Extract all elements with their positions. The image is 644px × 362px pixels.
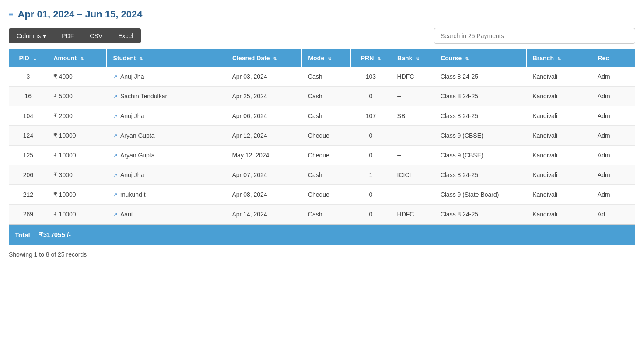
sort-icon-pid: ▲: [33, 56, 37, 61]
col-amount[interactable]: Amount ⇅: [47, 49, 107, 67]
col-cleared-date[interactable]: Cleared Date ⇅: [226, 49, 301, 67]
sort-icon-bank: ⇅: [416, 56, 419, 61]
table-row: 124₹ 10000↗Aryan GuptaApr 12, 2024Cheque…: [9, 126, 635, 146]
external-link-icon[interactable]: ↗: [113, 113, 118, 119]
cell-pid: 125: [9, 146, 47, 165]
col-course[interactable]: Course ⇅: [434, 49, 527, 67]
cell-bank: SBI: [391, 106, 434, 126]
sort-icon-branch: ⇅: [557, 56, 561, 61]
cell-student[interactable]: ↗Aryan Gupta: [107, 146, 226, 165]
external-link-icon[interactable]: ↗: [113, 152, 118, 159]
cell-pid: 206: [9, 165, 47, 185]
col-mode[interactable]: Mode ⇅: [302, 49, 350, 67]
cell-branch: Kandivali: [526, 87, 592, 106]
cell-pid: 124: [9, 126, 47, 146]
search-container: [434, 28, 635, 44]
external-link-icon[interactable]: ↗: [113, 93, 118, 100]
cell-mode: Cash: [302, 205, 350, 224]
cell-student[interactable]: ↗Aarit...: [107, 205, 226, 224]
cell-course: Class 8 24-25: [434, 106, 527, 126]
cell-branch: Kandivali: [526, 185, 592, 205]
cell-cleared_date: Apr 08, 2024: [226, 185, 301, 205]
cell-branch: Kandivali: [526, 165, 592, 185]
pdf-button[interactable]: PDF: [54, 28, 82, 43]
external-link-icon[interactable]: ↗: [113, 191, 118, 198]
cell-cleared_date: Apr 25, 2024: [226, 87, 301, 106]
table-row: 125₹ 10000↗Aryan GuptaMay 12, 2024Cheque…: [9, 146, 635, 165]
table-row: 104₹ 2000↗Anuj JhaApr 06, 2024Cash107SBI…: [9, 106, 635, 126]
table-body: 3₹ 4000↗Anuj JhaApr 03, 2024Cash103HDFCC…: [9, 67, 635, 224]
external-link-icon[interactable]: ↗: [113, 132, 118, 139]
cell-student[interactable]: ↗Aryan Gupta: [107, 126, 226, 146]
sort-icon-prn: ⇅: [377, 56, 381, 61]
toolbar-left: Columns ▾ PDF CSV Excel: [9, 28, 141, 43]
cell-student[interactable]: ↗Anuj Jha: [107, 106, 226, 126]
cell-rec: Adm: [592, 67, 635, 87]
cell-prn: 107: [350, 106, 391, 126]
table-row: 16₹ 5000↗Sachin TendulkarApr 25, 2024Cas…: [9, 87, 635, 106]
cell-prn: 103: [350, 67, 391, 87]
cell-cleared_date: Apr 03, 2024: [226, 67, 301, 87]
cell-student[interactable]: ↗Anuj Jha: [107, 165, 226, 185]
toolbar: Columns ▾ PDF CSV Excel: [9, 28, 635, 44]
cell-cleared_date: Apr 07, 2024: [226, 165, 301, 185]
search-input[interactable]: [434, 28, 635, 44]
col-branch[interactable]: Branch ⇅: [526, 49, 592, 67]
cell-course: Class 8 24-25: [434, 165, 527, 185]
sort-icon-cleared: ⇅: [273, 56, 276, 61]
cell-cleared_date: Apr 14, 2024: [226, 205, 301, 224]
cell-branch: Kandivali: [526, 67, 592, 87]
cell-amount: ₹ 5000: [47, 87, 107, 106]
cell-amount: ₹ 4000: [47, 67, 107, 87]
csv-button[interactable]: CSV: [82, 28, 110, 43]
cell-bank: HDFC: [391, 205, 434, 224]
table-row: 3₹ 4000↗Anuj JhaApr 03, 2024Cash103HDFCC…: [9, 67, 635, 87]
external-link-icon[interactable]: ↗: [113, 211, 118, 218]
cell-amount: ₹ 10000: [47, 205, 107, 224]
table-row: 206₹ 3000↗Anuj JhaApr 07, 2024Cash1ICICI…: [9, 165, 635, 185]
cell-branch: Kandivali: [526, 146, 592, 165]
cell-course: Class 8 24-25: [434, 205, 527, 224]
cell-pid: 269: [9, 205, 47, 224]
cell-cleared_date: Apr 12, 2024: [226, 126, 301, 146]
cell-bank: ICICI: [391, 165, 434, 185]
total-label: Total: [15, 231, 30, 239]
sort-icon-student: ⇅: [139, 56, 143, 61]
cell-prn: 0: [350, 205, 391, 224]
total-amount: ₹317055 /-: [39, 231, 71, 239]
cell-bank: --: [391, 87, 434, 106]
cell-bank: HDFC: [391, 67, 434, 87]
columns-button[interactable]: Columns ▾: [9, 28, 54, 43]
cell-bank: --: [391, 146, 434, 165]
cell-student[interactable]: ↗mukund t: [107, 185, 226, 205]
cell-rec: Ad...: [592, 205, 635, 224]
cell-amount: ₹ 10000: [47, 185, 107, 205]
cell-branch: Kandivali: [526, 205, 592, 224]
cell-student[interactable]: ↗Sachin Tendulkar: [107, 87, 226, 106]
cell-mode: Cash: [302, 106, 350, 126]
table-row: 269₹ 10000↗Aarit...Apr 14, 2024Cash0HDFC…: [9, 205, 635, 224]
cell-prn: 1: [350, 165, 391, 185]
cell-pid: 212: [9, 185, 47, 205]
filter-icon[interactable]: ≡: [9, 10, 14, 19]
external-link-icon[interactable]: ↗: [113, 172, 118, 178]
col-student[interactable]: Student ⇅: [107, 49, 226, 67]
cell-amount: ₹ 3000: [47, 165, 107, 185]
cell-amount: ₹ 2000: [47, 106, 107, 126]
payments-table: PID ▲ Amount ⇅ Student ⇅ Cleared Date ⇅ …: [9, 49, 635, 224]
cell-rec: Adm: [592, 106, 635, 126]
cell-bank: --: [391, 185, 434, 205]
cell-student[interactable]: ↗Anuj Jha: [107, 67, 226, 87]
col-pid[interactable]: PID ▲: [9, 49, 47, 67]
cell-rec: Adm: [592, 185, 635, 205]
excel-button[interactable]: Excel: [110, 28, 141, 43]
cell-course: Class 9 (CBSE): [434, 126, 527, 146]
col-bank[interactable]: Bank ⇅: [391, 49, 434, 67]
cell-cleared_date: Apr 06, 2024: [226, 106, 301, 126]
external-link-icon[interactable]: ↗: [113, 73, 118, 80]
cell-mode: Cash: [302, 165, 350, 185]
table-row: 212₹ 10000↗mukund tApr 08, 2024Cheque0--…: [9, 185, 635, 205]
cell-cleared_date: May 12, 2024: [226, 146, 301, 165]
col-prn[interactable]: PRN ⇅: [350, 49, 391, 67]
pagination-info: Showing 1 to 8 of 25 records: [9, 251, 635, 258]
